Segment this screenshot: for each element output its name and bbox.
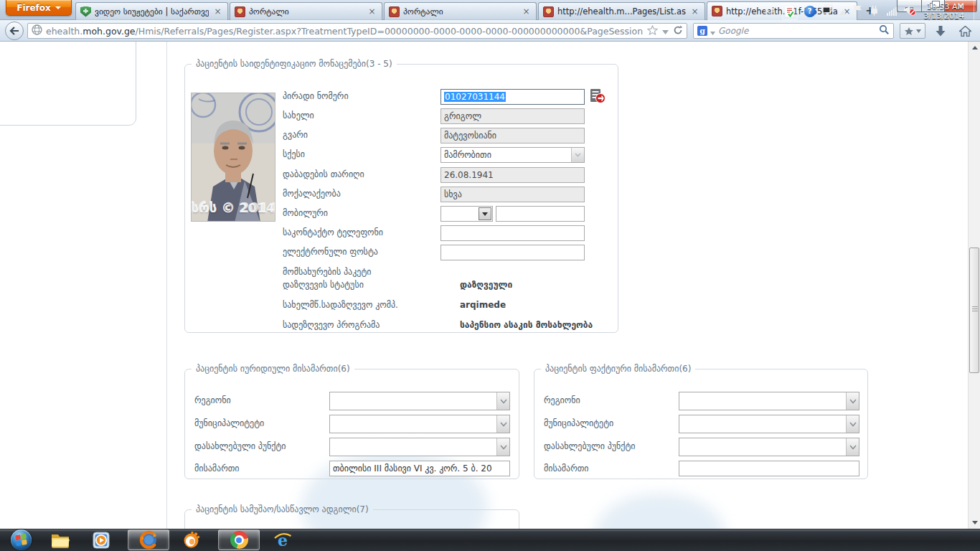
search-engine-dropdown-icon[interactable] (710, 24, 715, 38)
settlement-select[interactable] (679, 438, 859, 456)
url-bar[interactable]: ehealth.moh.gov.ge/Hmis/Referrals/Pages/… (27, 23, 687, 39)
contact-phone-input[interactable] (440, 225, 585, 241)
firefox-icon (139, 530, 159, 550)
birth-date-label: დაბადების თარიღი (283, 169, 364, 179)
chevron-down-icon (571, 148, 584, 162)
tab-close-icon[interactable]: × (689, 6, 700, 17)
firefox-menu-button[interactable]: Firefox (6, 0, 72, 16)
address-label: მისამართი (194, 463, 240, 474)
taskbar-gom-player-button[interactable] (179, 530, 202, 550)
tray-show-hidden-icons[interactable] (839, 4, 847, 18)
municipality-select[interactable] (679, 415, 859, 433)
region-select[interactable] (329, 392, 510, 410)
bookmark-star-icon[interactable] (647, 25, 658, 37)
personal-number-label: პირადი ნომერი (283, 91, 349, 101)
taskbar-firefox-button-active[interactable] (128, 529, 169, 550)
municipality-label: მუნიციპალიტეტი (544, 418, 613, 428)
tray-volume-muted-icon[interactable] (903, 4, 916, 19)
insurance-company-value: arqimede (460, 300, 506, 310)
tab-list-page[interactable]: http://ehealth.m...Pages/List.aspx × (538, 2, 705, 20)
dropdown-arrow-icon (479, 207, 491, 220)
patient-lookup-icon[interactable] (589, 88, 606, 105)
system-tray: KA ? 10:53 AM 3/13/2014 (765, 0, 980, 22)
shield-favicon-icon (80, 6, 91, 17)
last-name-input: მატევოსიანი (440, 128, 585, 143)
search-bar[interactable]: g (693, 23, 894, 39)
mobile-number-input[interactable] (496, 206, 585, 222)
back-button[interactable] (5, 22, 24, 40)
address-input[interactable] (679, 461, 859, 476)
navigation-toolbar: ehealth.moh.gov.ge/Hmis/Referrals/Pages/… (0, 20, 980, 42)
tray-power-plug-icon[interactable] (869, 4, 880, 19)
address-label: მისამართი (544, 463, 589, 474)
search-magnifier-icon[interactable] (879, 24, 890, 38)
region-select[interactable] (679, 392, 859, 410)
settlement-label: დასახლებული პუნქტი (194, 441, 286, 451)
scrollbar-thumb[interactable] (969, 248, 979, 373)
taskbar-chrome-button-active[interactable] (218, 529, 260, 550)
emblem-favicon-icon (543, 6, 554, 17)
windows-logo-icon (15, 534, 27, 547)
settlement-label: დასახლებული პუნქტი (544, 441, 636, 451)
insurance-program-label: სადეზღვევო პროგრამა (283, 320, 380, 330)
selected-text: 01027031144 (444, 92, 506, 102)
insurance-company-label: სახელმწ.სადაზღვევო კომპ. (283, 300, 398, 310)
scroll-up-button[interactable] (969, 42, 980, 54)
insurance-status-label: დაზღვევის სტატუსი (283, 280, 364, 290)
mobile-label: მობილური (283, 208, 328, 218)
address-input[interactable] (329, 461, 510, 476)
clock-time: 10:53 AM (924, 2, 964, 11)
show-desktop-button[interactable] (974, 0, 980, 22)
search-input[interactable] (718, 26, 876, 36)
region-label: რეგიონი (194, 395, 231, 405)
insurance-program-value: საპენსიო ასაკის მოსახლეობა (460, 320, 593, 330)
legal-address-section: პაციენტის იურიდიული მისამართი(6) რეგიონი… (184, 364, 519, 479)
insurance-status-value: დაზღვეული (460, 280, 512, 290)
tab-title: http://ehealth.m...Pages/List.aspx (557, 6, 686, 17)
municipality-select[interactable] (329, 415, 510, 433)
tab-close-icon[interactable]: × (212, 6, 223, 17)
photo-watermark: სრს © 2014 (192, 200, 275, 215)
taskbar-explorer-button[interactable] (49, 530, 72, 550)
url-dropdown-icon[interactable] (662, 26, 669, 37)
start-button[interactable] (11, 529, 32, 550)
personal-number-input[interactable]: 01027031144 (440, 89, 585, 105)
tab-portal-1[interactable]: პორტალი × (230, 2, 382, 20)
chevron-down-icon (496, 438, 509, 456)
email-input[interactable] (440, 245, 585, 260)
tray-spellcheck-icon[interactable] (782, 3, 798, 20)
tray-action-center-flag-icon[interactable] (853, 4, 862, 19)
tray-network-signal-icon[interactable] (887, 7, 897, 16)
tray-help-icon[interactable]: ? (804, 6, 816, 17)
clock-date: 3/13/2014 (924, 11, 964, 21)
patient-photo: სრს © 2014 სრს © 2014 (191, 93, 275, 222)
settlement-select[interactable] (329, 438, 510, 456)
first-name-label: სახელი (283, 110, 314, 121)
tab-title: ვიდეო სიუჟეტები | საქართვე... (95, 6, 209, 17)
mobile-prefix-select[interactable] (440, 206, 493, 222)
tab-video-news[interactable]: ვიდეო სიუჟეტები | საქართვე... × (75, 2, 228, 20)
taskbar-media-player-button[interactable] (90, 530, 113, 550)
downloads-button[interactable] (931, 23, 950, 39)
screen: პაციენტის საიდენტიფიკაციო მონაცემები(3 -… (0, 0, 980, 551)
tab-close-icon[interactable]: × (367, 6, 377, 17)
tab-portal-2[interactable]: პორტალი × (384, 2, 537, 20)
chevron-down-icon (846, 415, 859, 433)
citizenship-label: მოქალაქეობა (283, 189, 341, 199)
language-indicator[interactable]: KA (765, 6, 776, 16)
region-label: რეგიონი (544, 395, 580, 405)
cutoff-panel (0, 27, 136, 126)
taskbar-internet-explorer-button[interactable]: e (271, 530, 294, 550)
reload-icon[interactable] (673, 25, 683, 37)
scroll-down-button[interactable] (969, 517, 980, 529)
bookmarks-menu-button[interactable] (900, 23, 925, 39)
gender-select[interactable]: მამრობითი (440, 147, 585, 163)
browser-viewport: პაციენტის საიდენტიფიკაციო მონაცემები(3 -… (0, 42, 980, 529)
taskbar-clock[interactable]: 10:53 AM 3/13/2014 (924, 2, 964, 21)
tab-close-icon[interactable]: × (521, 6, 532, 17)
tray-display-icon[interactable] (822, 4, 833, 18)
vertical-scrollbar[interactable] (968, 42, 980, 529)
first-name-input: გრიგოლ (440, 108, 585, 124)
home-button[interactable] (956, 23, 974, 39)
panel-divider (166, 42, 167, 529)
